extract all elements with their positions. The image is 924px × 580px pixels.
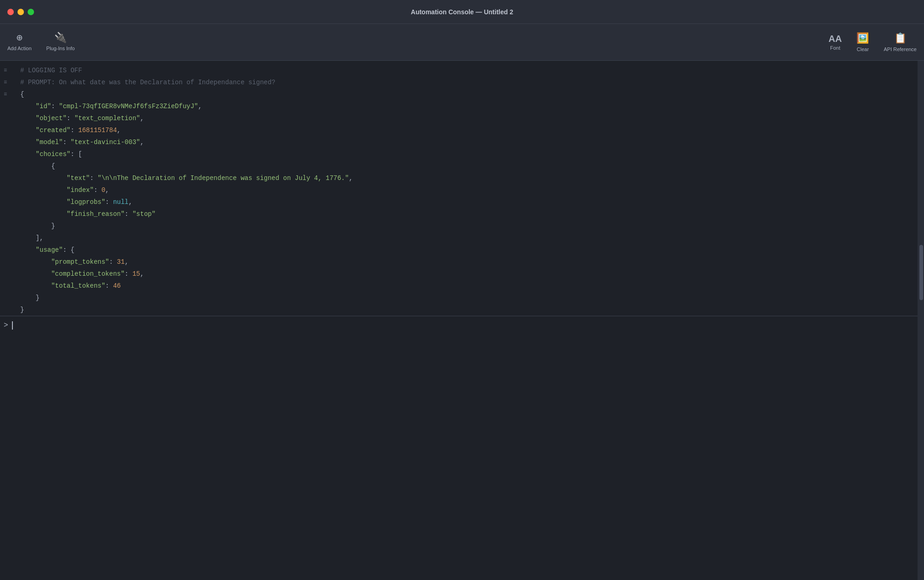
api-reference-icon: 📋 — [894, 32, 907, 45]
title-bar: Automation Console — Untitled 2 — [0, 0, 924, 24]
console-line: } — [0, 304, 918, 316]
add-action-icon: ⊕ — [17, 34, 23, 44]
api-reference-label: API Reference — [884, 46, 917, 52]
add-action-button[interactable]: ⊕ Add Action — [7, 34, 32, 51]
line-text: "total_tokens": 46 — [17, 280, 124, 291]
line-gutter: ≡ — [0, 77, 17, 88]
console-line: "total_tokens": 46 — [0, 280, 918, 292]
console-line: "logprobs": null, — [0, 196, 918, 208]
scrollbar[interactable] — [918, 61, 924, 580]
line-text: } — [17, 304, 28, 315]
clear-button[interactable]: 🖼️ Clear — [856, 32, 869, 52]
console-line: "created": 1681151784, — [0, 124, 918, 136]
line-text: "prompt_tokens": 31, — [17, 256, 132, 267]
line-text: "object": "text_completion", — [17, 113, 148, 124]
window-title: Automation Console — Untitled 2 — [411, 8, 513, 16]
line-text: "id": "cmpl-73qfIGER8vNMeJf6fsFz3ZieDfuy… — [17, 101, 206, 112]
console-line: "choices": [ — [0, 148, 918, 160]
window-controls — [7, 9, 34, 15]
console-line: { — [0, 160, 918, 172]
font-button[interactable]: AA Font — [829, 34, 842, 51]
line-text: "created": 1681151784, — [17, 125, 124, 136]
console-line: "text": "\n\nThe Declaration of Independ… — [0, 172, 918, 184]
api-reference-button[interactable]: 📋 API Reference — [884, 32, 917, 52]
prompt-symbol: > — [4, 321, 8, 330]
toolbar-right: AA Font 🖼️ Clear 📋 API Reference — [829, 32, 917, 52]
plugins-icon: 🔌 — [54, 34, 67, 44]
line-text: { — [17, 89, 28, 100]
minimize-button[interactable] — [17, 9, 24, 15]
console-line: "model": "text-davinci-003", — [0, 136, 918, 148]
font-icon: AA — [829, 34, 842, 43]
line-text: "finish_reason": "stop" — [17, 209, 159, 220]
prompt-cursor — [12, 321, 13, 330]
console-line: "prompt_tokens": 31, — [0, 256, 918, 268]
toolbar: ⊕ Add Action 🔌 Plug-Ins Info AA Font 🖼️ … — [0, 24, 924, 61]
console-line: ≡ { — [0, 88, 918, 100]
console-line: "completion_tokens": 15, — [0, 268, 918, 280]
prompt-line[interactable]: > — [0, 316, 918, 334]
line-text: "text": "\n\nThe Declaration of Independ… — [17, 173, 357, 184]
line-text: # LOGGING IS OFF — [17, 65, 86, 76]
console-line: "object": "text_completion", — [0, 112, 918, 124]
plugins-info-button[interactable]: 🔌 Plug-Ins Info — [46, 34, 75, 51]
line-text: { — [17, 161, 59, 172]
close-button[interactable] — [7, 9, 14, 15]
line-text: "completion_tokens": 15, — [17, 268, 148, 279]
line-gutter: ≡ — [0, 89, 17, 100]
console-line: ], — [0, 232, 918, 244]
plugins-info-label: Plug-Ins Info — [46, 46, 75, 51]
console-line: "usage": { — [0, 244, 918, 256]
line-text: "choices": [ — [17, 149, 86, 160]
console-line: ≡ # PROMPT: On what date was the Declara… — [0, 76, 918, 88]
line-text: } — [17, 292, 43, 303]
maximize-button[interactable] — [28, 9, 34, 15]
clear-label: Clear — [857, 46, 869, 52]
clear-icon: 🖼️ — [856, 32, 869, 45]
line-text: "model": "text-davinci-003", — [17, 137, 148, 148]
console-line: "index": 0, — [0, 184, 918, 196]
console-line: } — [0, 220, 918, 232]
console-line: ≡ # LOGGING IS OFF — [0, 64, 918, 76]
line-text: "logprobs": null, — [17, 197, 136, 208]
console-output[interactable]: ≡ # LOGGING IS OFF ≡ # PROMPT: On what d… — [0, 61, 918, 580]
line-text: } — [17, 220, 59, 232]
line-text: ], — [17, 232, 47, 244]
toolbar-left: ⊕ Add Action 🔌 Plug-Ins Info — [7, 34, 75, 51]
console-line: "id": "cmpl-73qfIGER8vNMeJf6fsFz3ZieDfuy… — [0, 100, 918, 112]
console-container: ≡ # LOGGING IS OFF ≡ # PROMPT: On what d… — [0, 61, 924, 580]
font-label: Font — [830, 45, 840, 51]
scrollbar-thumb[interactable] — [919, 245, 923, 300]
line-gutter: ≡ — [0, 65, 17, 76]
console-line: "finish_reason": "stop" — [0, 208, 918, 220]
line-text: # PROMPT: On what date was the Declarati… — [17, 77, 279, 88]
line-text: "usage": { — [17, 244, 78, 255]
add-action-label: Add Action — [7, 46, 32, 51]
console-line: } — [0, 292, 918, 304]
line-text: "index": 0, — [17, 185, 113, 196]
